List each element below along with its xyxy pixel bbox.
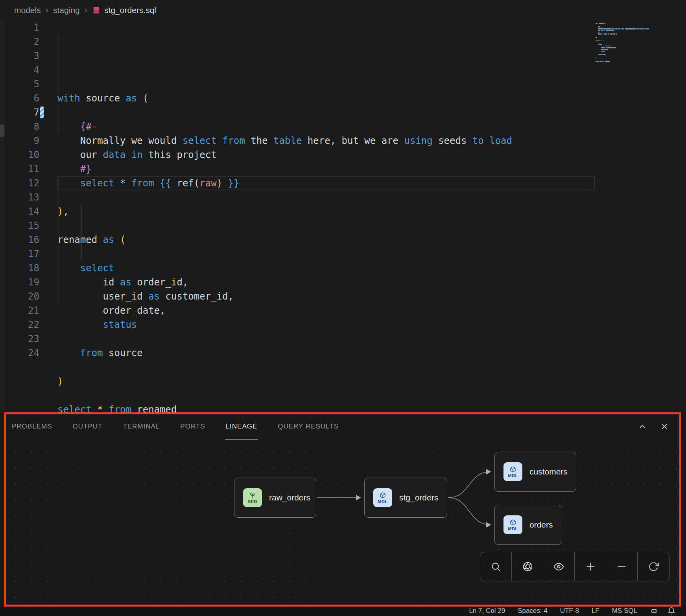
panel-tab-query-results[interactable]: QUERY RESULTS bbox=[277, 413, 339, 440]
line-number[interactable]: 6 bbox=[0, 91, 57, 105]
line-number[interactable]: 23 bbox=[0, 332, 57, 346]
sidebar-handle[interactable] bbox=[0, 125, 4, 137]
lineage-graph[interactable]: SEDraw_ordersMDLstg_ordersMDLcustomersMD… bbox=[0, 439, 686, 605]
lineage-node-customers[interactable]: MDLcustomers bbox=[494, 452, 576, 492]
panel-tab-problems[interactable]: PROBLEMS bbox=[11, 413, 53, 440]
line-number[interactable]: 4 bbox=[0, 63, 57, 77]
code-line[interactable]: renamed as ( bbox=[57, 233, 686, 247]
breadcrumb-separator: › bbox=[46, 5, 48, 15]
seed-icon: SED bbox=[243, 488, 262, 507]
line-number[interactable]: 5 bbox=[0, 77, 57, 91]
code-line[interactable]: select * from renamed bbox=[57, 403, 686, 414]
status-eol[interactable]: LF bbox=[592, 607, 599, 615]
breadcrumb-item[interactable]: models bbox=[14, 6, 41, 15]
line-number[interactable]: 22 bbox=[0, 318, 57, 332]
code-line[interactable] bbox=[57, 219, 686, 233]
breadcrumb-item[interactable]: stg_orders.sql bbox=[92, 6, 156, 15]
line-number[interactable]: 19 bbox=[0, 275, 57, 289]
code-line[interactable]: ), bbox=[57, 204, 686, 219]
close-icon[interactable] bbox=[658, 421, 670, 432]
line-number[interactable]: 12 bbox=[0, 176, 57, 190]
code-line[interactable] bbox=[57, 105, 686, 120]
code-line[interactable]: order_date, bbox=[57, 303, 686, 318]
status-indentation[interactable]: Spaces: 4 bbox=[518, 607, 548, 615]
line-number[interactable]: 11 bbox=[0, 162, 57, 176]
code-line[interactable]: select * from {{ ref(raw) }} bbox=[57, 176, 595, 190]
status-language[interactable]: MS SQL bbox=[612, 607, 637, 615]
editor: 123456789101112131415161718192021222324 … bbox=[0, 20, 686, 414]
line-number[interactable]: 2 bbox=[0, 35, 57, 49]
search-icon[interactable] bbox=[480, 552, 511, 581]
code-token: source bbox=[103, 348, 143, 359]
panel-tab-lineage[interactable]: LINEAGE bbox=[225, 413, 258, 440]
line-number[interactable]: 1 bbox=[0, 20, 57, 35]
node-label: stg_orders bbox=[399, 493, 438, 502]
code-line[interactable] bbox=[57, 360, 686, 374]
breadcrumb-separator: › bbox=[85, 5, 87, 15]
model-icon: MDL bbox=[373, 488, 392, 507]
status-encoding[interactable]: UTF-8 bbox=[560, 607, 579, 615]
aperture-icon[interactable] bbox=[512, 552, 543, 581]
code-token: ( bbox=[143, 93, 148, 104]
panel-tab-output[interactable]: OUTPUT bbox=[72, 413, 103, 440]
line-number[interactable]: 21 bbox=[0, 303, 57, 318]
line-number[interactable]: 13 bbox=[0, 190, 57, 204]
line-number[interactable]: 16 bbox=[0, 233, 57, 247]
code-line[interactable]: from source bbox=[57, 346, 686, 360]
bell-icon[interactable] bbox=[667, 607, 676, 615]
code-line[interactable]: user_id as customer_id, bbox=[57, 289, 686, 303]
code-line[interactable] bbox=[57, 247, 686, 261]
code-line[interactable]: ) bbox=[57, 374, 686, 388]
code-token: our bbox=[57, 149, 103, 160]
chevron-up-icon[interactable] bbox=[636, 421, 648, 432]
indent-guide bbox=[59, 35, 59, 134]
code-line[interactable]: with source as ( bbox=[57, 91, 686, 105]
code-line[interactable] bbox=[57, 190, 686, 204]
code-line[interactable]: status bbox=[57, 318, 686, 332]
refresh-icon[interactable] bbox=[638, 552, 669, 581]
line-number[interactable]: 18 bbox=[0, 261, 57, 275]
line-number[interactable]: 15 bbox=[0, 219, 57, 233]
eye-icon[interactable] bbox=[543, 552, 574, 581]
code-token: as bbox=[148, 291, 160, 302]
line-number[interactable]: 17 bbox=[0, 247, 57, 261]
line-number[interactable]: 14 bbox=[0, 204, 57, 219]
minimap[interactable] bbox=[596, 23, 665, 64]
zoom-in-icon[interactable] bbox=[575, 552, 606, 581]
code-token: {#- bbox=[80, 121, 97, 132]
gutter-decoration bbox=[40, 107, 44, 118]
line-number[interactable]: 10 bbox=[0, 148, 57, 162]
copilot-icon[interactable] bbox=[650, 607, 658, 615]
lineage-node-stg_orders[interactable]: MDLstg_orders bbox=[364, 478, 447, 518]
lineage-node-orders[interactable]: MDLorders bbox=[494, 505, 562, 545]
code-line[interactable]: Normally we would select from the table … bbox=[57, 134, 686, 148]
status-cursor-position[interactable]: Ln 7, Col 29 bbox=[469, 607, 505, 615]
zoom-out-icon[interactable] bbox=[606, 552, 637, 581]
code-token: load bbox=[489, 135, 512, 146]
code-token: using bbox=[404, 135, 432, 146]
lineage-node-raw_orders[interactable]: SEDraw_orders bbox=[234, 478, 316, 518]
line-number[interactable]: 20 bbox=[0, 289, 57, 303]
code-token: ), bbox=[57, 206, 69, 217]
node-label: orders bbox=[529, 520, 553, 530]
code-line[interactable]: select bbox=[57, 261, 686, 275]
code-lines[interactable]: with source as ( {#- Normally we would s… bbox=[57, 20, 686, 414]
code-line[interactable] bbox=[57, 388, 686, 403]
line-number[interactable]: 9 bbox=[0, 134, 57, 148]
code-line[interactable]: our data in this project bbox=[57, 148, 686, 162]
breadcrumb-item[interactable]: staging bbox=[53, 6, 80, 15]
breadcrumb-label: stg_orders.sql bbox=[104, 6, 156, 15]
panel-tab-ports[interactable]: PORTS bbox=[179, 413, 206, 440]
code-token: order_id, bbox=[131, 277, 188, 288]
code-token bbox=[217, 135, 222, 146]
line-number[interactable]: 7 bbox=[0, 105, 57, 120]
code-token: {{ bbox=[160, 178, 171, 189]
line-number[interactable]: 8 bbox=[0, 120, 57, 134]
line-number[interactable]: 24 bbox=[0, 346, 57, 360]
code-line[interactable]: id as order_id, bbox=[57, 275, 686, 289]
panel-tab-terminal[interactable]: TERMINAL bbox=[122, 413, 160, 440]
line-number[interactable]: 3 bbox=[0, 49, 57, 63]
code-line[interactable] bbox=[57, 332, 686, 346]
code-line[interactable]: {#- bbox=[57, 120, 686, 134]
code-line[interactable]: #} bbox=[57, 162, 686, 176]
